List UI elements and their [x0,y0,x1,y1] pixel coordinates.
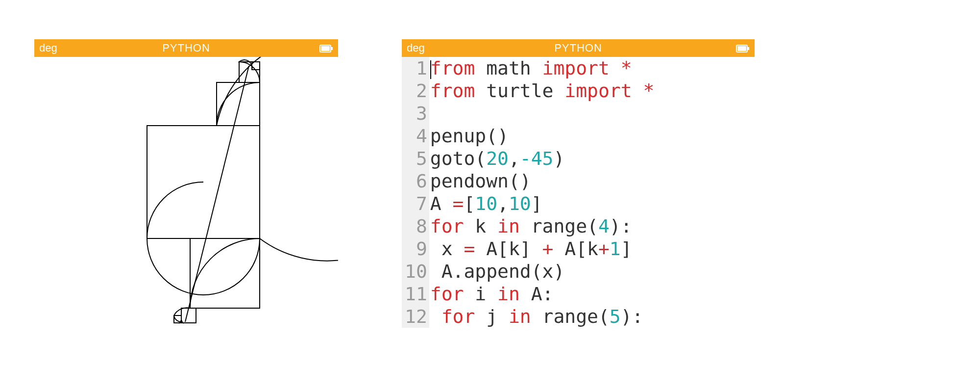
line-number: 7 [405,192,427,215]
svg-rect-8 [181,308,196,323]
code-token: for [430,283,475,305]
code-token: A.append(x) [430,261,565,282]
code-line[interactable]: penup() [430,125,655,147]
code-token: import [542,57,621,79]
code-token: ] [531,193,542,214]
line-number: 9 [405,237,427,260]
line-number: 12 [405,305,427,328]
code-token: in [509,306,542,327]
code-token: A [430,193,453,214]
app-title: PYTHON [402,42,755,54]
code-token: 4 [598,215,610,237]
code-token: ): [621,306,643,327]
code-token: ) [553,148,564,169]
code-line[interactable]: for j in range(5): [430,305,655,328]
code-token: from [430,57,486,79]
code-line[interactable]: A =[10,10] [430,192,655,215]
svg-rect-1 [321,46,330,51]
code-token: range( [531,215,598,237]
code-token: 10 [509,193,531,214]
code-line[interactable]: pendown() [430,170,655,192]
turtle-canvas [34,57,338,334]
code-token: range( [542,306,610,327]
code-editor[interactable]: 123456789101112 from math import *from t… [402,57,755,328]
code-token: + [542,238,565,260]
code-token: * [643,80,654,102]
code-token: 1 [610,238,621,260]
code-line[interactable]: A.append(x) [430,260,655,283]
code-token: A[k [564,238,598,260]
battery-full-icon [736,43,750,56]
svg-rect-4 [190,238,260,308]
code-token: = [453,193,464,214]
code-token: 20 [486,148,509,169]
code-token: for [441,306,487,327]
calculator-screen-output: deg PYTHON [34,39,338,334]
code-token: turtle [486,80,564,102]
line-number: 2 [405,79,427,102]
svg-rect-2 [331,47,333,50]
code-token: [ [464,193,475,214]
code-token: import [564,80,643,102]
code-token: j [486,306,509,327]
line-number-gutter: 123456789101112 [402,57,429,328]
code-line[interactable]: x = A[k] + A[k+1] [430,237,655,260]
code-token: x [430,238,464,260]
code-token: 10 [475,193,497,214]
code-token: 5 [610,306,621,327]
code-line[interactable] [430,102,655,125]
code-token: = [464,238,486,260]
line-number: 8 [405,215,427,237]
line-number: 1 [405,57,427,79]
code-line[interactable]: from turtle import * [430,79,655,102]
code-line[interactable]: for k in range(4): [430,215,655,237]
code-token: math [486,57,542,79]
code-token: goto( [430,148,486,169]
code-token: for [430,215,475,237]
line-number: 5 [405,147,427,170]
line-number: 3 [405,102,427,125]
code-token: in [497,283,531,305]
turtle-drawing [34,57,338,334]
code-token: k [475,215,497,237]
code-token: * [621,57,632,79]
svg-rect-14 [748,47,749,50]
code-token: ): [610,215,632,237]
code-token: -45 [520,148,554,169]
line-number: 11 [405,283,427,305]
code-token: from [430,80,486,102]
app-title: PYTHON [34,42,338,54]
code-token: pendown() [430,170,531,192]
code-line[interactable]: for i in A: [430,283,655,305]
svg-rect-13 [737,46,746,51]
calculator-screen-editor: deg PYTHON 123456789101112 from math imp… [402,39,755,334]
code-token: + [598,238,610,260]
titlebar-left: deg PYTHON [34,39,338,57]
code-token: , [509,148,520,169]
titlebar-right: deg PYTHON [402,39,755,57]
code-token [430,306,441,327]
code-token: ] [621,238,632,260]
code-token: , [497,193,509,214]
battery-full-icon [319,43,333,56]
line-number: 10 [405,260,427,283]
code-token: A: [531,283,554,305]
code-line[interactable]: from math import * [430,57,655,79]
code-content[interactable]: from math import *from turtle import *pe… [429,57,655,328]
code-token: in [497,215,531,237]
line-number: 6 [405,170,427,192]
code-token: penup() [430,125,509,147]
line-number: 4 [405,125,427,147]
code-token: A[k] [486,238,542,260]
code-line[interactable]: goto(20,-45) [430,147,655,170]
code-token: i [475,283,497,305]
